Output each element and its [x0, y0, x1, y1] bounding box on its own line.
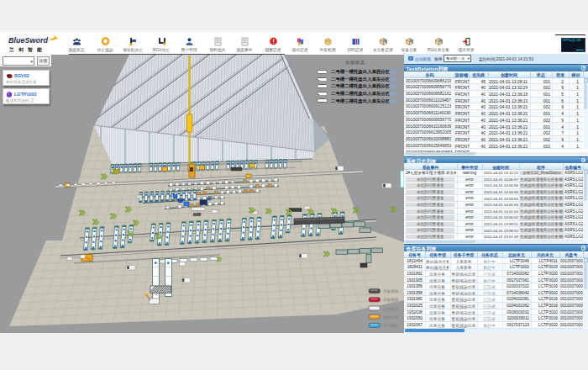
svg-text:手动模式: 手动模式	[383, 323, 399, 328]
svg-text:自动模式: 自动模式	[383, 307, 399, 311]
svg-text:设备离线: 设备离线	[383, 288, 399, 294]
svg-text:维修模式: 维修模式	[383, 315, 399, 320]
svg-text:设备故障: 设备故障	[383, 297, 399, 303]
